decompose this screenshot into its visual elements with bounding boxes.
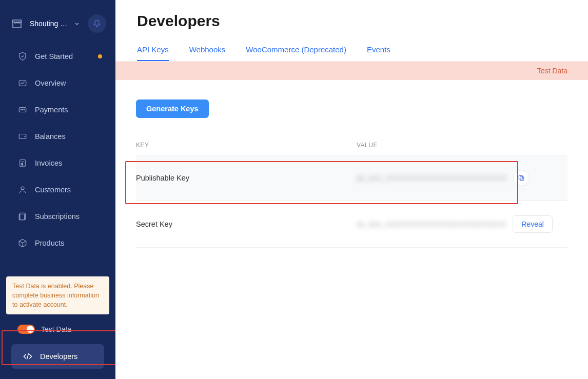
tab-events[interactable]: Events xyxy=(367,39,390,61)
svg-rect-1 xyxy=(19,108,26,112)
sidebar-item-balances[interactable]: Balances xyxy=(0,123,115,150)
sidebar-item-label: Customers xyxy=(35,186,71,194)
payments-icon xyxy=(17,105,28,115)
wallet-icon xyxy=(17,131,28,142)
toggle-label: Test Data xyxy=(41,325,71,333)
sidebar-item-label: Developers xyxy=(40,352,77,361)
subscriptions-icon xyxy=(17,211,28,222)
sidebar-item-label: Invoices xyxy=(35,159,62,167)
test-data-toggle-row: Test Data xyxy=(5,322,110,337)
key-name: Secret Key xyxy=(136,220,357,228)
sidebar-item-get-started[interactable]: Get Started xyxy=(0,43,115,70)
notifications-button[interactable] xyxy=(88,14,106,33)
svg-rect-11 xyxy=(520,177,524,181)
test-data-banner: Test Data xyxy=(115,62,588,80)
table-row: Secret Key sk_test_XXXXXXXXXXXXXXXXXXXXX… xyxy=(136,201,567,248)
test-data-toggle[interactable] xyxy=(17,325,35,334)
tab-woocommerce[interactable]: WooCommerce (Deprecated) xyxy=(246,39,346,61)
shield-icon xyxy=(17,51,28,62)
svg-point-4 xyxy=(24,109,25,110)
store-name[interactable]: Shouting Pi… xyxy=(30,19,69,28)
test-data-warning: Test Data is enabled. Please complete bu… xyxy=(6,276,109,314)
sidebar-item-products[interactable]: Products xyxy=(0,230,115,256)
products-icon xyxy=(17,238,28,248)
key-value-masked: pk_test_XXXXXXXXXXXXXXXXXXXXXXXX xyxy=(357,174,507,182)
sidebar-item-subscriptions[interactable]: Subscriptions xyxy=(0,203,115,230)
tab-webhooks[interactable]: Webhooks xyxy=(189,39,226,61)
sidebar-nav: Get Started Overview Payments Balances xyxy=(0,43,115,256)
sidebar-item-developers[interactable]: Developers xyxy=(11,344,104,369)
sidebar: Shouting Pi… Get Started Overview xyxy=(0,0,115,379)
code-icon xyxy=(23,351,33,362)
sidebar-item-overview[interactable]: Overview xyxy=(0,70,115,96)
reveal-button[interactable]: Reveal xyxy=(513,215,553,233)
svg-rect-12 xyxy=(519,175,522,179)
sidebar-item-label: Payments xyxy=(35,106,68,114)
sidebar-item-label: Get Started xyxy=(35,52,73,61)
main-content: Developers API Keys Webhooks WooCommerce… xyxy=(115,0,588,379)
sidebar-item-label: Subscriptions xyxy=(35,212,80,221)
sidebar-item-label: Products xyxy=(35,239,64,247)
sidebar-item-customers[interactable]: Customers xyxy=(0,176,115,203)
sidebar-header: Shouting Pi… xyxy=(0,9,115,43)
generate-keys-button[interactable]: Generate Keys xyxy=(136,99,209,118)
tab-api-keys[interactable]: API Keys xyxy=(137,39,169,61)
tabs: API Keys Webhooks WooCommerce (Deprecate… xyxy=(115,39,588,62)
chevron-down-icon[interactable] xyxy=(74,21,80,26)
keys-table: KEY VALUE Publishable Key pk_test_XXXXXX… xyxy=(136,142,567,248)
sidebar-item-label: Balances xyxy=(35,132,66,141)
table-header: KEY VALUE xyxy=(136,142,567,155)
col-header-value: VALUE xyxy=(357,142,567,149)
copy-button[interactable] xyxy=(513,170,530,186)
chart-icon xyxy=(17,78,28,88)
sidebar-item-invoices[interactable]: $ Invoices xyxy=(0,150,115,176)
key-name: Publishable Key xyxy=(136,174,357,182)
svg-text:$: $ xyxy=(22,163,23,166)
svg-point-2 xyxy=(21,109,22,110)
store-icon xyxy=(9,16,25,31)
key-value-masked: sk_test_XXXXXXXXXXXXXXXXXXXXXXXX xyxy=(357,220,506,228)
sidebar-item-payments[interactable]: Payments xyxy=(0,96,115,123)
sidebar-item-label: Overview xyxy=(35,79,66,87)
invoice-icon: $ xyxy=(17,158,28,168)
table-row: Publishable Key pk_test_XXXXXXXXXXXXXXXX… xyxy=(136,155,567,201)
col-header-key: KEY xyxy=(136,142,357,149)
page-title: Developers xyxy=(115,12,588,30)
badge-dot-icon xyxy=(98,54,102,58)
customers-icon xyxy=(17,185,28,195)
svg-point-3 xyxy=(22,109,23,110)
svg-point-8 xyxy=(21,187,24,190)
